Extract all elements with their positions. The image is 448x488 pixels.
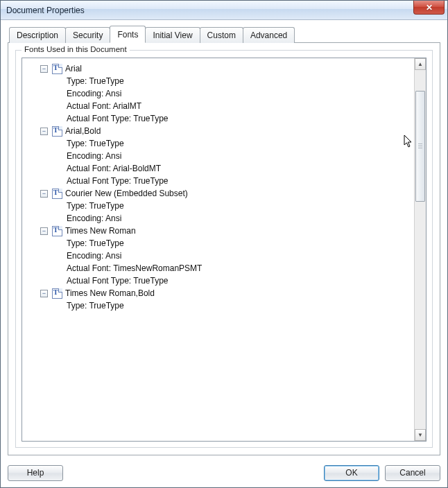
vertical-scrollbar[interactable]: ▲ ▼ (414, 58, 426, 441)
font-file-icon (52, 64, 62, 74)
font-detail: Actual Font Type: TrueType (25, 112, 411, 125)
font-node[interactable]: −Arial,Bold (25, 125, 411, 137)
tab-custom[interactable]: Custom (200, 27, 243, 43)
font-detail: Type: TrueType (25, 237, 411, 250)
font-detail: Encoding: Ansi (25, 87, 411, 100)
help-button[interactable]: Help (8, 465, 63, 481)
font-name-label: Times New Roman,Bold (65, 287, 155, 299)
tab-description[interactable]: Description (9, 27, 66, 43)
font-detail: Actual Font Type: TrueType (25, 175, 411, 187)
tab-fonts[interactable]: Fonts (110, 26, 146, 43)
font-node[interactable]: −Courier New (Embedded Subset) (25, 187, 411, 200)
font-file-icon (52, 126, 62, 137)
close-icon: ✕ (426, 3, 433, 12)
dialog-body: Description Security Fonts Initial View … (1, 20, 447, 462)
font-name-label: Times New Roman (65, 225, 136, 237)
chevron-up-icon: ▲ (417, 61, 423, 67)
collapse-toggle[interactable]: − (40, 190, 48, 198)
font-detail: Encoding: Ansi (25, 250, 411, 262)
scroll-up-button[interactable]: ▲ (415, 58, 426, 70)
font-detail: Type: TrueType (25, 75, 411, 87)
tab-initial-view[interactable]: Initial View (145, 27, 200, 43)
font-detail: Type: TrueType (25, 299, 411, 312)
font-file-icon (52, 226, 62, 236)
scroll-grip-icon (418, 143, 422, 149)
dialog-footer: Help OK Cancel (1, 462, 447, 487)
ok-button[interactable]: OK (324, 465, 379, 481)
collapse-toggle[interactable]: − (40, 290, 48, 297)
collapse-toggle[interactable]: − (40, 65, 48, 73)
close-button[interactable]: ✕ (413, 1, 445, 15)
font-node[interactable]: −Times New Roman,Bold (25, 287, 411, 299)
font-name-label: Arial,Bold (65, 125, 101, 137)
font-detail: Type: TrueType (25, 200, 411, 212)
font-node[interactable]: −Times New Roman (25, 225, 411, 237)
font-file-icon (52, 189, 62, 199)
font-tree[interactable]: −ArialType: TrueTypeEncoding: AnsiActual… (22, 58, 414, 441)
scroll-thumb[interactable] (415, 91, 425, 202)
chevron-down-icon: ▼ (417, 432, 423, 438)
cancel-button[interactable]: Cancel (385, 465, 440, 481)
tab-page-fonts: Fonts Used in this Document −ArialType: … (8, 42, 440, 455)
font-detail: Actual Font: TimesNewRomanPSMT (25, 262, 411, 274)
scroll-track[interactable] (415, 70, 426, 429)
font-name-label: Arial (65, 62, 82, 75)
font-detail: Actual Font: ArialMT (25, 100, 411, 112)
font-tree-container: −ArialType: TrueTypeEncoding: AnsiActual… (21, 58, 427, 442)
font-detail: Type: TrueType (25, 137, 411, 150)
collapse-toggle[interactable]: − (40, 227, 48, 235)
font-detail: Encoding: Ansi (25, 150, 411, 162)
groupbox-title: Fonts Used in this Document (21, 45, 130, 53)
font-file-icon (52, 288, 62, 299)
fonts-groupbox: Fonts Used in this Document −ArialType: … (15, 50, 433, 448)
tab-security[interactable]: Security (65, 27, 110, 43)
scroll-down-button[interactable]: ▼ (415, 429, 426, 441)
font-name-label: Courier New (Embedded Subset) (65, 187, 188, 200)
font-detail: Encoding: Ansi (25, 212, 411, 225)
font-node[interactable]: −Arial (25, 62, 411, 75)
collapse-toggle[interactable]: − (40, 128, 48, 135)
tab-advanced[interactable]: Advanced (243, 27, 295, 43)
window-title: Document Properties (6, 6, 85, 15)
document-properties-dialog: Document Properties ✕ Description Securi… (0, 0, 448, 488)
font-detail: Actual Font Type: TrueType (25, 274, 411, 287)
tab-strip: Description Security Fonts Initial View … (8, 26, 440, 43)
title-bar[interactable]: Document Properties ✕ (1, 1, 447, 20)
font-detail: Actual Font: Arial-BoldMT (25, 162, 411, 175)
